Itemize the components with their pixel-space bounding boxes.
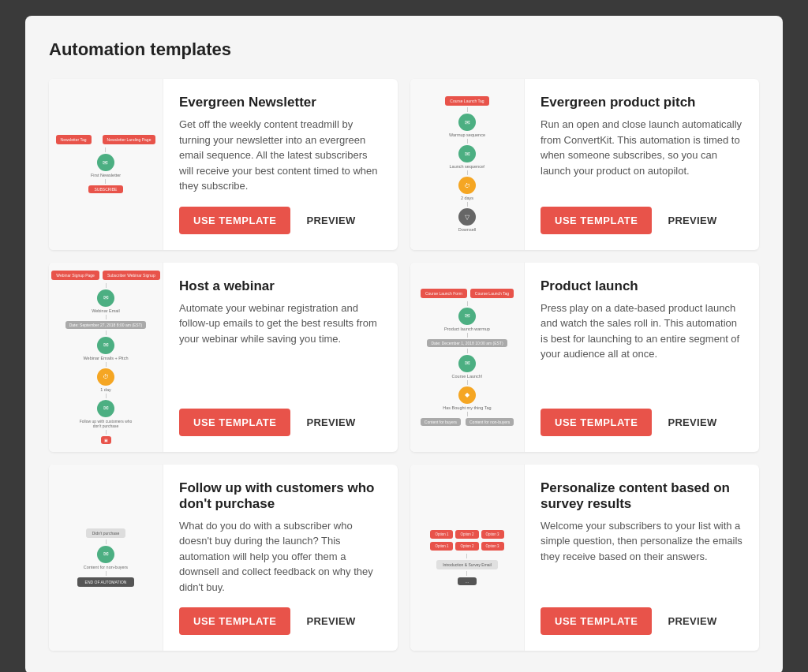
preview-button-product-launch[interactable]: PREVIEW bbox=[668, 416, 716, 428]
template-card-product-launch: Course Launch Form Course Launch Tag ✉ P… bbox=[410, 263, 759, 452]
template-actions-newsletter: USE TEMPLATE PREVIEW bbox=[179, 207, 382, 234]
use-template-button-product-pitch[interactable]: USE TEMPLATE bbox=[541, 207, 652, 234]
page-container: Automation templates Newsletter Tag News… bbox=[25, 16, 783, 672]
template-card-survey: Option 1 Option 2 Option 3 Option 1 Opti… bbox=[410, 465, 759, 651]
template-title-product-pitch: Evergreen product pitch bbox=[541, 95, 743, 110]
template-content-product-pitch: Evergreen product pitch Run an open and … bbox=[525, 79, 759, 250]
template-title-newsletter: Evergreen Newsletter bbox=[179, 95, 382, 110]
template-preview-webinar: Webinar Signup Page Subscriber Webinar S… bbox=[49, 263, 163, 452]
template-preview-product-launch: Course Launch Form Course Launch Tag ✉ P… bbox=[410, 263, 525, 452]
template-actions-product-launch: USE TEMPLATE PREVIEW bbox=[541, 409, 743, 436]
templates-grid: Newsletter Tag Newsletter Landing Page ✉… bbox=[49, 79, 759, 651]
template-card-evergreen-newsletter: Newsletter Tag Newsletter Landing Page ✉… bbox=[49, 79, 398, 250]
use-template-button-follow-up[interactable]: USE TEMPLATE bbox=[179, 607, 290, 635]
template-desc-survey: Welcome your subscribers to your list wi… bbox=[541, 518, 743, 565]
template-actions-survey: USE TEMPLATE PREVIEW bbox=[541, 607, 743, 635]
preview-button-follow-up[interactable]: PREVIEW bbox=[306, 615, 355, 627]
template-content-follow-up: Follow up with customers who don't purch… bbox=[163, 465, 398, 651]
template-title-survey: Personalize content based on survey resu… bbox=[541, 480, 743, 512]
template-preview-product-pitch: Course Launch Tag ✉ Warmup sequence ✉ La… bbox=[410, 79, 525, 250]
template-content-product-launch: Product launch Press play on a date-base… bbox=[525, 263, 759, 452]
page-title: Automation templates bbox=[49, 39, 759, 60]
use-template-button-product-launch[interactable]: USE TEMPLATE bbox=[541, 409, 652, 436]
preview-button-webinar[interactable]: PREVIEW bbox=[306, 416, 355, 428]
template-title-follow-up: Follow up with customers who don't purch… bbox=[179, 480, 382, 512]
use-template-button-newsletter[interactable]: USE TEMPLATE bbox=[179, 207, 290, 234]
template-desc-product-launch: Press play on a date-based product launc… bbox=[541, 301, 743, 362]
template-title-webinar: Host a webinar bbox=[179, 278, 382, 294]
use-template-button-survey[interactable]: USE TEMPLATE bbox=[541, 607, 652, 635]
template-content-survey: Personalize content based on survey resu… bbox=[525, 465, 759, 651]
preview-button-survey[interactable]: PREVIEW bbox=[668, 615, 716, 627]
template-preview-survey: Option 1 Option 2 Option 3 Option 1 Opti… bbox=[410, 465, 525, 651]
template-desc-webinar: Automate your webinar registration and f… bbox=[179, 301, 382, 347]
template-desc-follow-up: What do you do with a subscriber who doe… bbox=[179, 518, 382, 595]
preview-button-product-pitch[interactable]: PREVIEW bbox=[668, 215, 716, 226]
template-desc-newsletter: Get off the weekly content treadmill by … bbox=[179, 117, 382, 194]
use-template-button-webinar[interactable]: USE TEMPLATE bbox=[179, 409, 290, 436]
template-actions-product-pitch: USE TEMPLATE PREVIEW bbox=[541, 207, 743, 234]
template-title-product-launch: Product launch bbox=[541, 278, 743, 294]
template-preview-follow-up: Didn't purchase ✉ Content for non-buyers… bbox=[49, 465, 163, 651]
template-actions-webinar: USE TEMPLATE PREVIEW bbox=[179, 409, 382, 436]
template-desc-product-pitch: Run an open and close launch automatical… bbox=[541, 117, 743, 178]
template-content-newsletter: Evergreen Newsletter Get off the weekly … bbox=[163, 79, 398, 250]
template-actions-follow-up: USE TEMPLATE PREVIEW bbox=[179, 607, 382, 635]
template-card-webinar: Webinar Signup Page Subscriber Webinar S… bbox=[49, 263, 398, 452]
preview-button-newsletter[interactable]: PREVIEW bbox=[306, 215, 355, 226]
template-card-follow-up: Didn't purchase ✉ Content for non-buyers… bbox=[49, 465, 398, 651]
template-preview-newsletter: Newsletter Tag Newsletter Landing Page ✉… bbox=[49, 79, 163, 250]
template-card-product-pitch: Course Launch Tag ✉ Warmup sequence ✉ La… bbox=[410, 79, 759, 250]
template-content-webinar: Host a webinar Automate your webinar reg… bbox=[163, 263, 398, 452]
